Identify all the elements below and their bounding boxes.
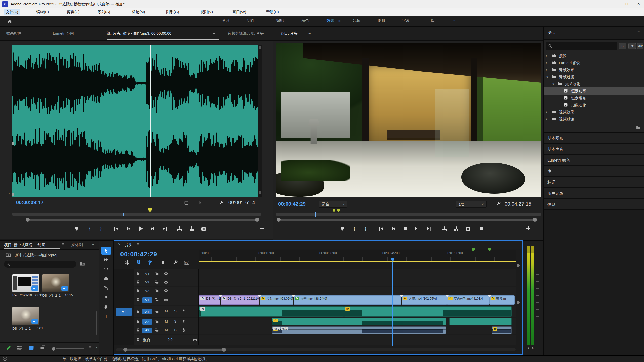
project-up-folder-icon[interactable]: [6, 252, 12, 258]
source-settings-wrench-icon[interactable]: [218, 200, 225, 206]
effects-tree-row-7[interactable]: 指数淡化: [544, 102, 644, 109]
sync-lock-icon[interactable]: [154, 298, 159, 303]
minimize-button[interactable]: ─: [614, 2, 616, 6]
workspace-tab-字幕[interactable]: 字幕: [396, 18, 416, 23]
slip-tool-button[interactable]: [101, 284, 111, 292]
v1-clip-0[interactable]: fxDS_客厅1: [199, 295, 220, 305]
track-label-V1[interactable]: V1: [142, 297, 152, 303]
workspace-tab-组件[interactable]: 组件: [241, 18, 261, 23]
source-patch-a1[interactable]: A1: [116, 308, 132, 316]
track-label-A3[interactable]: A3: [142, 328, 152, 333]
wave-handle-1[interactable]: [12, 142, 14, 145]
sync-lock-icon[interactable]: [154, 319, 159, 324]
program-zoom-handle-left[interactable]: [277, 218, 281, 222]
source-current-timecode[interactable]: 00:00:09:17: [16, 200, 44, 205]
filter-badge-32[interactable]: 32: [628, 43, 636, 49]
effects-tree-row-3[interactable]: ∨音频过渡: [544, 73, 644, 80]
track-select-tool-button[interactable]: [101, 256, 111, 264]
menu-item-E[interactable]: 编辑(E): [34, 9, 51, 15]
project-tab-menu-icon[interactable]: ≡: [62, 242, 64, 247]
effects-tree-row-1[interactable]: ›Lumetri 预设: [544, 59, 644, 66]
menu-item-C[interactable]: 剪辑(C): [65, 9, 82, 15]
workspace-tab-库[interactable]: 库: [423, 18, 443, 23]
close-button[interactable]: ✕: [637, 2, 640, 6]
v1-clip-5[interactable]: fx室内外望.mp4 [103.4: [447, 295, 489, 305]
marker-button[interactable]: [72, 224, 81, 233]
effects-tree-row-6[interactable]: 恒定增益: [544, 95, 644, 102]
track-output-eye-icon[interactable]: [164, 280, 169, 285]
sequence-tab-close-icon[interactable]: ×: [118, 242, 120, 247]
mark-out-button[interactable]: }: [361, 224, 370, 233]
timeline-playhead-line[interactable]: [392, 262, 393, 346]
effects-tree-row-4[interactable]: ∨交叉淡化: [544, 80, 644, 87]
project-search-input[interactable]: [4, 261, 76, 268]
timeline-hscroll-thumb[interactable]: [125, 349, 224, 351]
track-output-eye-icon[interactable]: [164, 288, 169, 293]
workspace-tab-效果[interactable]: 效果: [320, 18, 340, 23]
sequence-tab-menu-icon[interactable]: ≡: [137, 242, 139, 247]
track-output-eye-icon[interactable]: [164, 298, 169, 303]
collapsed-panel-3[interactable]: 库: [544, 166, 644, 177]
collapsed-panel-0[interactable]: 基本图形: [544, 133, 644, 144]
v1-clip-6[interactable]: fx夜景.m: [489, 295, 515, 305]
mark-in-button[interactable]: {: [350, 224, 359, 233]
collapsed-panel-1[interactable]: 基本声音: [544, 144, 644, 155]
goto-in-button[interactable]: [377, 224, 385, 233]
source-zoom-bar[interactable]: [28, 219, 257, 221]
menu-item-M[interactable]: 标记(M): [130, 9, 147, 15]
chevron-right-icon[interactable]: ›: [546, 67, 550, 72]
program-tab-menu-icon[interactable]: ≡: [308, 31, 311, 35]
nest-toggle-icon[interactable]: [124, 260, 131, 266]
settings-box-icon[interactable]: [184, 200, 190, 206]
source-tab-1[interactable]: Lumetri 范围: [53, 31, 74, 36]
program-settings-wrench-icon[interactable]: [496, 201, 502, 207]
sync-lock-icon[interactable]: [154, 280, 159, 285]
workspace-tab-学习[interactable]: 学习: [216, 18, 236, 23]
mark-in-button[interactable]: {: [86, 224, 94, 233]
chevron-right-icon[interactable]: ›: [546, 117, 550, 121]
filter-badge-fx[interactable]: fx: [619, 43, 626, 49]
a3-clip-0[interactable]: fx恒定恒定: [272, 326, 446, 334]
sync-lock-icon[interactable]: [154, 271, 159, 276]
track-label-V4[interactable]: V4: [142, 271, 152, 277]
sync-lock-icon[interactable]: [154, 328, 159, 333]
stop-button[interactable]: [401, 224, 410, 233]
source-playhead-line[interactable]: [150, 45, 151, 197]
audio-transition-chip[interactable]: 恒定: [273, 327, 280, 330]
lock-icon[interactable]: [136, 328, 141, 333]
project-item-name[interactable]: Rec_2022-10-2...: [12, 293, 32, 297]
lock-icon[interactable]: [136, 309, 141, 314]
maximize-button[interactable]: □: [626, 2, 628, 6]
source-scrollbar-top-handle[interactable]: [259, 46, 261, 49]
project-item-name[interactable]: DS_客厅1_1_2...: [12, 326, 32, 331]
magnet-toggle-icon[interactable]: [136, 260, 143, 266]
track-label-V3[interactable]: V3: [142, 280, 152, 285]
track-content-V2[interactable]: [199, 287, 516, 295]
wave-handle-2[interactable]: [12, 193, 14, 196]
workspace-tab-颜色[interactable]: 颜色: [295, 18, 315, 23]
program-zoom-handle-right[interactable]: [533, 218, 537, 222]
wrench-toggle-icon[interactable]: [172, 260, 179, 266]
a2-clip-0[interactable]: fx: [272, 318, 446, 325]
chevron-down-icon[interactable]: ∨: [552, 81, 556, 86]
voiceover-mic-icon[interactable]: [182, 319, 187, 325]
export-frame-button[interactable]: [199, 224, 208, 233]
goto-out-button[interactable]: [160, 224, 169, 233]
effects-search-input[interactable]: [546, 42, 617, 50]
mute-button[interactable]: M: [164, 328, 169, 332]
extract-button[interactable]: [452, 224, 461, 233]
collapsed-panel-2[interactable]: Lumetri 颜色: [544, 155, 644, 166]
chevron-right-icon[interactable]: ›: [546, 110, 550, 114]
program-scrub-playhead[interactable]: [315, 212, 316, 217]
source-tab-0[interactable]: 效果控件: [6, 31, 21, 36]
v1-clip-1[interactable]: fxDS_客厅2_1_20221106: [221, 295, 259, 305]
menu-item-G[interactable]: 图形(G): [164, 9, 181, 15]
razor-tool-button[interactable]: [101, 275, 111, 283]
list-view-button[interactable]: [17, 345, 23, 351]
ripple-edit-tool-button[interactable]: [101, 265, 111, 273]
zoom-slider-track[interactable]: [56, 348, 84, 349]
program-video-frame[interactable]: [276, 43, 541, 197]
hscroll-handle-right[interactable]: [222, 348, 226, 352]
hand-tool-button[interactable]: [101, 303, 111, 311]
source-tab-menu-icon[interactable]: ≡: [213, 31, 215, 35]
